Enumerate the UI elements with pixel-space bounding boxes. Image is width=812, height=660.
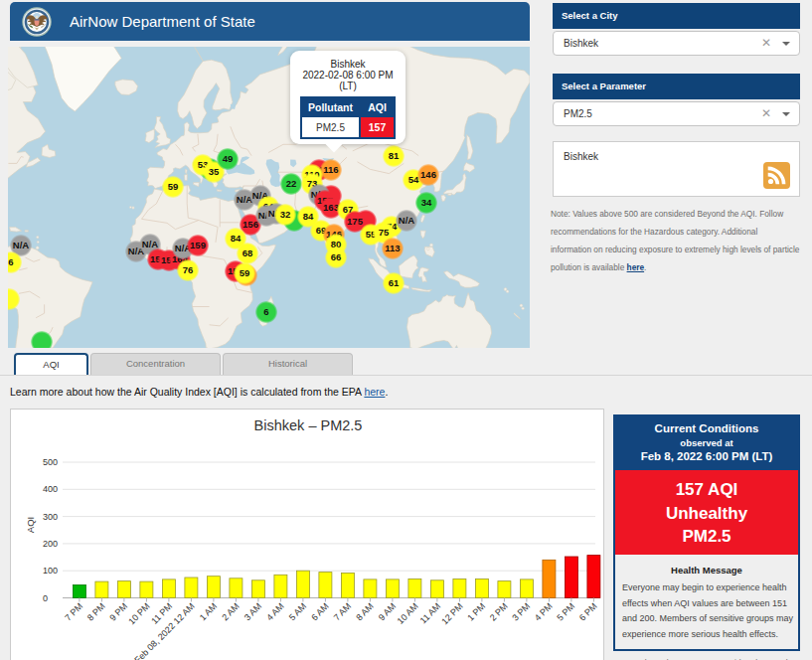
svg-text:200: 200 xyxy=(43,539,58,549)
svg-text:3 AM: 3 AM xyxy=(243,601,264,623)
svg-text:2 AM: 2 AM xyxy=(220,601,242,623)
svg-text:10 PM: 10 PM xyxy=(126,601,151,626)
svg-text:AQI: AQI xyxy=(25,517,36,533)
svg-text:7 AM: 7 AM xyxy=(332,601,354,623)
svg-text:Bishkek – PM2.5: Bishkek – PM2.5 xyxy=(254,417,363,433)
svg-text:3 PM: 3 PM xyxy=(510,601,532,623)
svg-text:1 PM: 1 PM xyxy=(465,601,487,623)
svg-text:500: 500 xyxy=(43,457,58,467)
svg-text:0: 0 xyxy=(43,593,48,603)
svg-text:400: 400 xyxy=(43,484,58,494)
svg-text:2 PM: 2 PM xyxy=(488,601,510,623)
svg-text:6 PM: 6 PM xyxy=(577,601,599,623)
svg-text:8 PM: 8 PM xyxy=(85,601,107,623)
svg-text:6 AM: 6 AM xyxy=(309,601,331,623)
svg-text:4 PM: 4 PM xyxy=(533,601,555,623)
svg-text:1 AM: 1 AM xyxy=(198,601,220,623)
svg-text:5 PM: 5 PM xyxy=(555,601,576,623)
svg-text:11 AM: 11 AM xyxy=(418,601,443,626)
svg-text:4 AM: 4 AM xyxy=(264,601,286,623)
svg-text:10 AM: 10 AM xyxy=(396,601,420,626)
svg-text:100: 100 xyxy=(43,566,58,576)
svg-text:300: 300 xyxy=(43,512,58,522)
svg-text:8 AM: 8 AM xyxy=(354,601,376,623)
svg-text:12 PM: 12 PM xyxy=(439,601,464,626)
svg-text:7 PM: 7 PM xyxy=(63,601,84,623)
svg-text:5 AM: 5 AM xyxy=(287,601,309,623)
